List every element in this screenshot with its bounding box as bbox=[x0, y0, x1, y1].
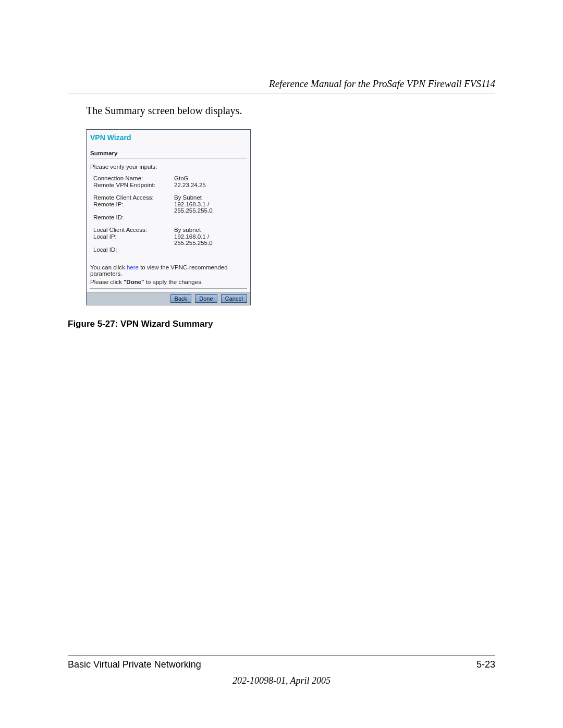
figure-caption: Figure 5-27: VPN Wizard Summary bbox=[68, 319, 495, 329]
footer-section: Basic Virtual Private Networking bbox=[68, 659, 201, 670]
value: 192.168.0.1 / 255.255.255.0 bbox=[174, 233, 247, 246]
bottom-rule bbox=[90, 288, 247, 289]
value bbox=[174, 246, 247, 253]
button-bar: Back Done Cancel bbox=[87, 292, 250, 305]
apply-note: Please click "Done" to apply the changes… bbox=[90, 279, 247, 285]
label: Remote ID: bbox=[90, 214, 174, 220]
field-remote-endpoint: Remote VPN Endpoint: 22.23.24.25 bbox=[90, 182, 247, 188]
apply-pre: Please click bbox=[90, 279, 124, 285]
label: Local ID: bbox=[90, 246, 174, 253]
field-remote-ip: Remote IP: 192.168.3.1 / 255.255.255.0 bbox=[90, 201, 247, 214]
footer-rule bbox=[68, 656, 495, 656]
apply-bold: "Done" bbox=[124, 279, 144, 285]
value: By subnet bbox=[174, 227, 247, 233]
label: Connection Name: bbox=[90, 175, 174, 181]
label: Remote IP: bbox=[90, 201, 174, 214]
field-remote-client-access: Remote Client Access: By Subnet bbox=[90, 194, 247, 201]
label: Local Client Access: bbox=[90, 227, 174, 233]
summary-heading: Summary bbox=[90, 150, 247, 156]
value bbox=[174, 214, 247, 220]
vpn-wizard-panel: VPN Wizard Summary Please verify your in… bbox=[86, 129, 251, 305]
verify-text: Please verify your inputs: bbox=[90, 164, 247, 170]
intro-text: The Summary screen below displays. bbox=[86, 105, 495, 117]
wizard-title: VPN Wizard bbox=[90, 133, 247, 142]
apply-post: to apply the changes. bbox=[144, 279, 203, 285]
value: 192.168.3.1 / 255.255.255.0 bbox=[174, 201, 247, 214]
doc-number: 202-10098-01, April 2005 bbox=[68, 675, 495, 686]
done-button[interactable]: Done bbox=[195, 294, 217, 303]
vpnc-note: You can click here to view the VPNC-reco… bbox=[90, 264, 247, 277]
back-button[interactable]: Back bbox=[170, 294, 191, 303]
field-local-id: Local ID: bbox=[90, 246, 247, 253]
value: By Subnet bbox=[174, 194, 247, 201]
here-link[interactable]: here bbox=[127, 264, 139, 270]
header-rule bbox=[68, 93, 495, 93]
label: Local IP: bbox=[90, 233, 174, 246]
label: Remote VPN Endpoint: bbox=[90, 182, 174, 188]
note-pre: You can click bbox=[90, 264, 127, 270]
field-local-client-access: Local Client Access: By subnet bbox=[90, 227, 247, 233]
value: GtoG bbox=[174, 175, 247, 181]
field-local-ip: Local IP: 192.168.0.1 / 255.255.255.0 bbox=[90, 233, 247, 246]
field-remote-id: Remote ID: bbox=[90, 214, 247, 220]
manual-title: Reference Manual for the ProSafe VPN Fir… bbox=[68, 78, 495, 90]
label: Remote Client Access: bbox=[90, 194, 174, 201]
cancel-button[interactable]: Cancel bbox=[221, 294, 247, 303]
value: 22.23.24.25 bbox=[174, 182, 247, 188]
field-connection-name: Connection Name: GtoG bbox=[90, 175, 247, 181]
section-rule bbox=[90, 158, 247, 158]
page-number: 5-23 bbox=[476, 659, 495, 670]
